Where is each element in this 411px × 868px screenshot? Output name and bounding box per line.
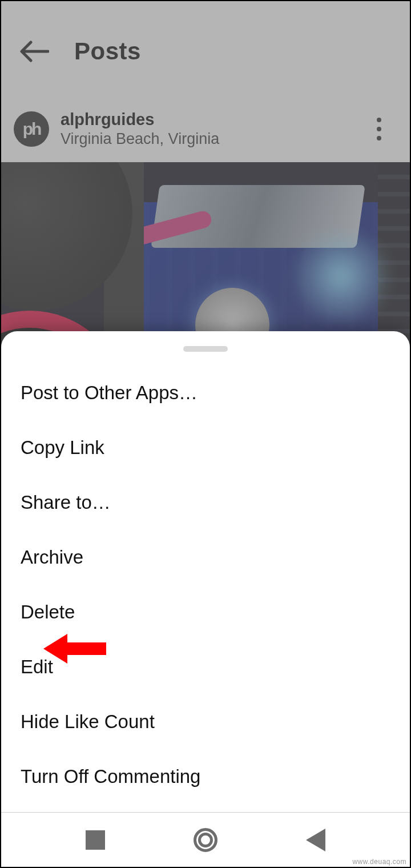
option-post-to-other-apps[interactable]: Post to Other Apps… <box>1 365 410 420</box>
post-options-button[interactable] <box>365 115 393 143</box>
option-archive[interactable]: Archive <box>1 530 410 585</box>
post-header: ph alphrguides Virginia Beach, Virginia <box>1 101 410 159</box>
option-hide-like-count[interactable]: Hide Like Count <box>1 694 410 749</box>
nav-recents-button[interactable] <box>86 830 105 850</box>
page-title: Posts <box>74 38 141 65</box>
post-location: Virginia Beach, Virginia <box>61 130 219 148</box>
nav-back-button[interactable] <box>306 829 325 851</box>
option-copy-link[interactable]: Copy Link <box>1 420 410 475</box>
avatar-text: ph <box>23 119 41 139</box>
sheet-drag-handle[interactable] <box>183 346 228 352</box>
arrow-left-icon <box>19 40 49 63</box>
option-turn-off-commenting[interactable]: Turn Off Commenting <box>1 749 410 804</box>
user-meta[interactable]: alphrguides Virginia Beach, Virginia <box>61 110 219 148</box>
option-share-to[interactable]: Share to… <box>1 475 410 530</box>
nav-home-button[interactable] <box>194 828 217 852</box>
more-vertical-icon <box>377 118 381 140</box>
option-delete[interactable]: Delete <box>1 585 410 640</box>
post-options-sheet: Post to Other Apps… Copy Link Share to… … <box>1 331 410 812</box>
app-header: Posts <box>1 1 410 101</box>
username: alphrguides <box>61 110 219 129</box>
avatar[interactable]: ph <box>14 111 49 147</box>
back-button[interactable] <box>17 34 51 69</box>
watermark: www.deuaq.com <box>352 858 406 866</box>
option-edit[interactable]: Edit <box>1 640 410 694</box>
system-nav-bar <box>1 812 410 867</box>
